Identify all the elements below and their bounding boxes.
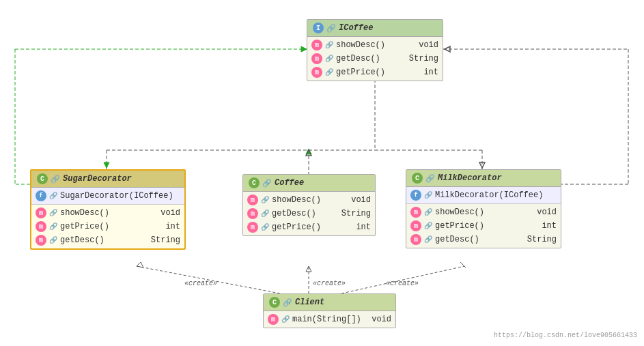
m-badge: m	[247, 194, 258, 205]
svg-line-10	[137, 266, 280, 293]
svg-marker-15	[306, 266, 311, 272]
link-icon: 🔗	[325, 68, 333, 76]
m-badge: m	[410, 207, 421, 218]
icoffee-method-2: m 🔗 getDesc() String	[307, 52, 443, 66]
coffee-method-2: m 🔗 getDesc() String	[243, 207, 375, 220]
coffee-title: Coffee	[275, 178, 304, 188]
m-badge: m	[410, 234, 421, 245]
sugar-title: SugarDecorator	[63, 174, 132, 184]
client-badge: C	[269, 297, 280, 308]
coffee-method-1: m 🔗 showDesc() void	[243, 193, 375, 207]
f-badge: f	[410, 190, 421, 201]
icoffee-box: I 🔗 ICoffee m 🔗 showDesc() void m 🔗 getD…	[307, 19, 443, 81]
coffee-method-3: m 🔗 getPrice() int	[243, 220, 375, 234]
return-type: String	[341, 209, 371, 218]
link-icon: 🔗	[281, 315, 290, 323]
sugar-badge: C	[37, 173, 48, 184]
return-type: int	[542, 221, 557, 231]
link-icon: 🔗	[424, 191, 432, 199]
return-type: void	[419, 40, 438, 50]
method-name: showDesc()	[272, 195, 343, 205]
method-name: getPrice()	[60, 222, 157, 231]
coffee-badge: C	[249, 177, 260, 188]
m-badge: m	[36, 235, 46, 246]
watermark: https://blog.csdn.net/love905661433	[494, 332, 637, 339]
m-badge: m	[311, 67, 322, 78]
client-method-1: m 🔗 main(String[]) void	[264, 313, 395, 326]
milk-method-2: m 🔗 getPrice() int	[406, 219, 561, 233]
svg-marker-9	[306, 150, 311, 156]
method-name: getDesc()	[272, 209, 333, 218]
constructor-name: MilkDecorator(ICoffee)	[435, 190, 557, 200]
method-name: showDesc()	[435, 207, 529, 217]
link-icon: 🔗	[49, 222, 57, 231]
svg-marker-8	[479, 162, 485, 168]
svg-marker-12	[137, 262, 143, 268]
link-icon: 🔗	[325, 41, 333, 49]
milk-method-3: m 🔗 getDesc() String	[406, 233, 561, 246]
m-badge: m	[247, 222, 258, 233]
link-icon: 🔗	[261, 210, 269, 218]
client-header: C 🔗 Client	[264, 294, 395, 311]
milk-decorator-box: C 🔗 MilkDecorator f 🔗 MilkDecorator(ICof…	[406, 169, 561, 248]
svg-marker-5	[104, 162, 109, 168]
method-name: main(String[])	[292, 315, 363, 324]
return-type: String	[527, 235, 557, 244]
m-badge: m	[247, 208, 258, 219]
return-type: void	[537, 207, 557, 217]
svg-text:«create»: «create»	[184, 280, 217, 287]
icoffee-title: ICoffee	[339, 23, 373, 33]
svg-text:«create»: «create»	[313, 280, 346, 287]
icoffee-method-1: m 🔗 showDesc() void	[307, 38, 443, 52]
m-badge: m	[268, 314, 279, 325]
return-type: int	[423, 68, 438, 77]
milk-header: C 🔗 MilkDecorator	[406, 170, 561, 187]
milk-title: MilkDecorator	[438, 173, 502, 183]
sugar-method-1: m 🔗 showDesc() void	[31, 206, 184, 220]
method-name: showDesc()	[60, 208, 152, 218]
link-icon: 🔗	[261, 196, 269, 204]
client-methods: m 🔗 main(String[]) void	[264, 311, 395, 328]
sugar-method-3: m 🔗 getDesc() String	[31, 233, 184, 247]
return-type: void	[351, 195, 371, 205]
link-icon: 🔗	[49, 192, 57, 200]
link-icon: 🔗	[424, 235, 432, 244]
coffee-header: C 🔗 Coffee	[243, 175, 375, 192]
svg-line-16	[341, 266, 464, 293]
icoffee-header: I 🔗 ICoffee	[307, 20, 443, 37]
link-icon: 🔗	[325, 55, 333, 63]
link-icon: 🔗	[261, 223, 269, 231]
return-type: void	[160, 208, 180, 218]
m-badge: m	[410, 220, 421, 231]
coffee-box: C 🔗 Coffee m 🔗 showDesc() void m 🔗 getDe…	[242, 174, 376, 236]
milk-link-icon: 🔗	[425, 174, 435, 183]
sugar-link-icon: 🔗	[51, 175, 60, 184]
svg-text:«create»: «create»	[386, 280, 419, 287]
milk-method-1: m 🔗 showDesc() void	[406, 205, 561, 219]
m-badge: m	[36, 221, 46, 232]
sugar-methods: m 🔗 showDesc() void m 🔗 getPrice() int m…	[31, 205, 184, 248]
m-badge: m	[36, 207, 46, 218]
client-title: Client	[295, 298, 324, 307]
link-icon: 🔗	[424, 222, 432, 230]
svg-marker-26	[445, 46, 450, 52]
milk-constructor-section: f 🔗 MilkDecorator(ICoffee)	[406, 187, 561, 204]
f-badge: f	[36, 190, 46, 201]
method-name: getPrice()	[336, 68, 415, 77]
icoffee-methods: m 🔗 showDesc() void m 🔗 getDesc() String…	[307, 37, 443, 81]
sugar-method-2: m 🔗 getPrice() int	[31, 220, 184, 233]
sugar-header: C 🔗 SugarDecorator	[31, 171, 184, 188]
return-type: int	[356, 222, 371, 232]
m-badge: m	[311, 53, 322, 64]
method-name: getDesc()	[336, 54, 401, 63]
return-type: String	[409, 54, 438, 63]
icoffee-link-icon: 🔗	[326, 24, 336, 33]
milk-constructor: f 🔗 MilkDecorator(ICoffee)	[406, 188, 561, 202]
method-name: getPrice()	[435, 221, 533, 231]
milk-badge: C	[412, 173, 423, 184]
method-name: getPrice()	[272, 222, 348, 232]
link-icon: 🔗	[49, 236, 57, 244]
m-badge: m	[311, 40, 322, 51]
return-type: void	[372, 315, 391, 324]
client-link-icon: 🔗	[283, 298, 292, 307]
